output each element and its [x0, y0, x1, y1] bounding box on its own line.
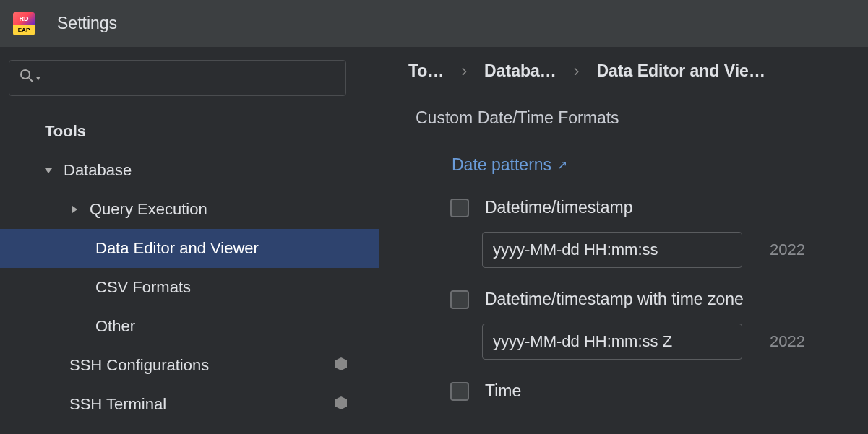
tree-item-other[interactable]: Other — [0, 307, 379, 346]
chevron-right-icon — [69, 204, 90, 214]
tree-label: Data Editor and Viewer — [95, 239, 379, 258]
breadcrumb: To… › Databa… › Data Editor and Vie… — [408, 61, 868, 81]
settings-tree: Tools Database Query Execution Data Edit… — [0, 112, 379, 424]
datetime-preview: 2022 — [770, 240, 805, 259]
datetime-timestamp-row: Datetime/timestamp — [450, 198, 868, 217]
datetime-format-input[interactable] — [482, 232, 742, 268]
svg-marker-4 — [335, 357, 347, 370]
search-input[interactable]: ▾ — [9, 60, 346, 96]
chevron-right-icon: › — [574, 61, 580, 81]
breadcrumb-item: Data Editor and Vie… — [596, 61, 765, 81]
svg-line-1 — [29, 78, 33, 82]
datetime-input-row: 2022 — [482, 232, 868, 268]
datetime-checkbox[interactable] — [450, 199, 469, 217]
tree-label: CSV Formats — [95, 278, 379, 297]
chevron-right-icon: › — [461, 61, 467, 81]
tree-item-database[interactable]: Database — [0, 151, 379, 190]
svg-marker-5 — [335, 396, 347, 409]
section-title: Custom Date/Time Formats — [408, 108, 868, 128]
datetime-tz-preview: 2022 — [770, 332, 805, 351]
checkbox-label: Datetime/timestamp — [485, 198, 633, 217]
datetime-tz-format-input[interactable] — [482, 324, 742, 360]
tree-label: SSH Terminal — [69, 395, 335, 414]
time-row: Time — [450, 381, 868, 401]
datetime-tz-input-row: 2022 — [482, 324, 868, 360]
window-title: Settings — [57, 14, 117, 33]
tree-label: Tools — [45, 122, 379, 141]
tree-label: Other — [95, 317, 379, 336]
tree-label: Query Execution — [90, 200, 379, 219]
content-panel: To… › Databa… › Data Editor and Vie… Cus… — [379, 47, 868, 434]
project-badge-icon — [335, 357, 347, 374]
svg-marker-3 — [72, 206, 77, 213]
titlebar: RD EAP Settings — [0, 0, 868, 47]
checkbox-label: Datetime/timestamp with time zone — [485, 290, 744, 309]
tree-item-data-editor-viewer[interactable]: Data Editor and Viewer — [0, 229, 379, 268]
tree-item-csv-formats[interactable]: CSV Formats — [0, 268, 379, 307]
tree-item-query-execution[interactable]: Query Execution — [0, 190, 379, 229]
tree-item-ssh-terminal[interactable]: SSH Terminal — [0, 385, 379, 424]
sidebar: ▾ Tools Database Query Execution Data Ed… — [0, 47, 379, 434]
date-patterns-link[interactable]: Date patterns ↗ — [452, 155, 567, 175]
svg-marker-2 — [45, 168, 52, 173]
app-icon-rd: RD — [13, 12, 35, 25]
chevron-down-icon: ▾ — [36, 74, 40, 83]
tree-label: Database — [64, 161, 379, 180]
svg-point-0 — [21, 70, 30, 79]
checkbox-label: Time — [485, 381, 521, 401]
datetime-tz-row: Datetime/timestamp with time zone — [450, 290, 868, 309]
project-badge-icon — [335, 396, 347, 413]
external-link-icon: ↗ — [557, 157, 567, 173]
tree-item-ssh-configurations[interactable]: SSH Configurations — [0, 346, 379, 385]
link-label: Date patterns — [452, 155, 551, 175]
tree-item-tools[interactable]: Tools — [0, 112, 379, 151]
app-icon: RD EAP — [11, 11, 37, 37]
chevron-down-icon — [43, 165, 64, 175]
search-icon — [20, 69, 34, 87]
datetime-tz-checkbox[interactable] — [450, 290, 469, 309]
breadcrumb-item[interactable]: To… — [408, 61, 444, 81]
app-icon-eap: EAP — [13, 25, 35, 35]
tree-label: SSH Configurations — [69, 356, 335, 375]
breadcrumb-item[interactable]: Databa… — [484, 61, 557, 81]
time-checkbox[interactable] — [450, 382, 469, 401]
